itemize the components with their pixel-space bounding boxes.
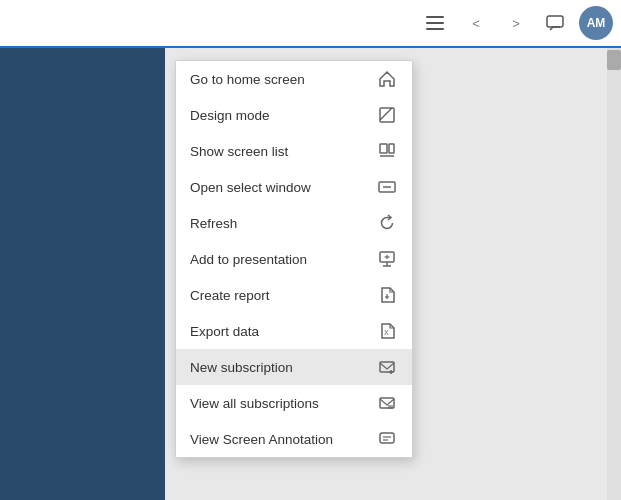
menu-item-show-screen-list[interactable]: Show screen list — [176, 133, 412, 169]
refresh-icon — [376, 212, 398, 234]
subscriptions-icon — [376, 392, 398, 414]
new-subscription-icon — [376, 356, 398, 378]
svg-line-2 — [380, 108, 392, 120]
comments-icon — [546, 14, 564, 32]
avatar[interactable]: AM — [579, 6, 613, 40]
svg-rect-0 — [547, 16, 563, 27]
chevron-left-button[interactable]: < — [457, 5, 493, 41]
home-icon — [376, 68, 398, 90]
export-data-icon: X — [376, 320, 398, 342]
chevron-left-icon: < — [472, 16, 478, 31]
chevron-right-icon: > — [512, 16, 518, 31]
hamburger-icon — [426, 16, 444, 30]
menu-item-new-subscription[interactable]: New subscription — [176, 349, 412, 385]
menu-item-create-report[interactable]: Create report — [176, 277, 412, 313]
scrollbar[interactable] — [607, 48, 621, 500]
dropdown-menu: Go to home screen Design mode Show scree… — [175, 60, 413, 458]
screen-list-icon — [376, 140, 398, 162]
menu-item-view-screen-annotation[interactable]: View Screen Annotation — [176, 421, 412, 457]
annotation-icon — [376, 428, 398, 450]
svg-rect-1 — [380, 108, 394, 122]
menu-item-go-home[interactable]: Go to home screen — [176, 61, 412, 97]
svg-rect-21 — [380, 433, 394, 443]
menu-item-open-select-window[interactable]: Open select window — [176, 169, 412, 205]
menu-item-view-all-subscriptions[interactable]: View all subscriptions — [176, 385, 412, 421]
sidebar — [0, 48, 165, 500]
topbar: < > AM — [0, 0, 621, 48]
svg-text:X: X — [384, 329, 389, 336]
comments-button[interactable] — [537, 5, 573, 41]
scrollbar-thumb[interactable] — [607, 50, 621, 70]
svg-rect-3 — [380, 144, 387, 153]
menu-item-refresh[interactable]: Refresh — [176, 205, 412, 241]
svg-rect-15 — [380, 362, 394, 372]
svg-rect-4 — [389, 144, 394, 153]
select-window-icon — [376, 176, 398, 198]
create-report-icon — [376, 284, 398, 306]
menu-item-design-mode[interactable]: Design mode — [176, 97, 412, 133]
hamburger-menu-button[interactable] — [417, 5, 453, 41]
chevron-right-button[interactable]: > — [497, 5, 533, 41]
menu-item-export-data[interactable]: Export data X — [176, 313, 412, 349]
design-mode-icon — [376, 104, 398, 126]
menu-item-add-to-presentation[interactable]: Add to presentation — [176, 241, 412, 277]
presentation-icon — [376, 248, 398, 270]
